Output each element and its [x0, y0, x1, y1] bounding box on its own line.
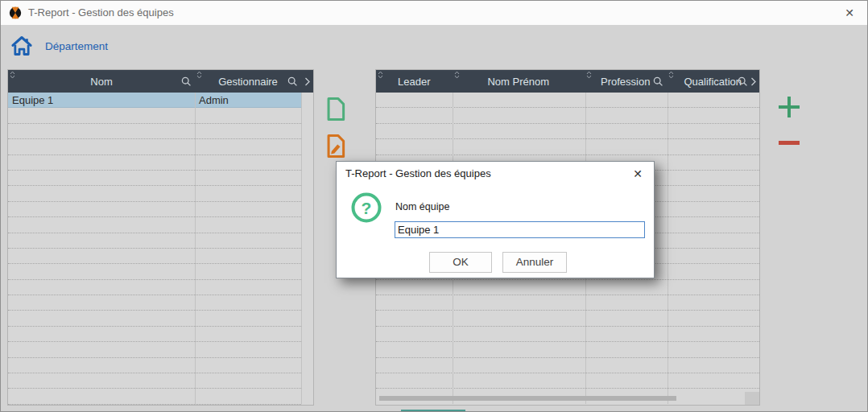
table-cell — [8, 389, 195, 403]
table-cell — [666, 108, 759, 122]
table-row[interactable] — [376, 280, 759, 295]
table-row[interactable] — [8, 327, 301, 342]
table-row[interactable] — [8, 155, 301, 171]
table-row[interactable] — [8, 358, 301, 373]
breadcrumb-department[interactable]: Département — [45, 40, 108, 52]
table-row[interactable] — [8, 233, 301, 249]
table-cell — [195, 186, 301, 200]
table-row[interactable] — [8, 295, 301, 311]
table-row[interactable] — [8, 202, 301, 217]
table-cell — [376, 108, 453, 122]
window-close-icon[interactable]: ✕ — [832, 1, 867, 25]
team-name-input[interactable] — [395, 221, 645, 238]
table-row[interactable] — [376, 311, 759, 326]
table-row[interactable] — [8, 139, 301, 154]
table-row[interactable] — [376, 124, 759, 139]
search-icon[interactable] — [287, 76, 298, 87]
table-cell — [585, 373, 667, 388]
table-row[interactable] — [8, 186, 301, 201]
column-label: Leader — [398, 76, 430, 88]
cell-gestionnaire[interactable]: Admin — [195, 93, 301, 107]
table-row[interactable] — [8, 389, 301, 404]
teams-table-body: Equipe 1 Admin — [8, 93, 313, 405]
table-row-selected[interactable]: Equipe 1 Admin — [8, 93, 301, 108]
table-cell — [666, 373, 759, 388]
table-cell — [8, 280, 195, 295]
table-row[interactable] — [376, 295, 759, 311]
table-cell — [376, 295, 453, 310]
table-cell — [376, 93, 453, 107]
home-icon[interactable] — [10, 35, 33, 57]
table-cell — [666, 217, 759, 232]
table-cell — [8, 342, 195, 356]
column-header-nom-prenom[interactable]: Nom Prénom — [453, 70, 585, 93]
table-row[interactable] — [376, 342, 759, 357]
table-cell — [195, 108, 301, 122]
search-icon[interactable] — [738, 76, 748, 87]
table-row[interactable] — [8, 264, 301, 279]
sort-spinner-icon[interactable] — [586, 71, 592, 79]
dialog-close-icon[interactable]: ✕ — [628, 165, 647, 183]
table-row[interactable] — [8, 217, 301, 233]
table-cell — [195, 171, 301, 185]
cell-nom[interactable]: Equipe 1 — [8, 93, 195, 107]
column-divider — [668, 93, 668, 404]
table-row[interactable] — [376, 358, 759, 373]
table-row[interactable] — [8, 342, 301, 357]
table-row[interactable] — [376, 139, 759, 154]
table-cell — [195, 311, 301, 325]
table-cell — [195, 358, 301, 373]
table-row[interactable] — [8, 124, 301, 139]
table-row[interactable] — [8, 311, 301, 326]
search-icon[interactable] — [653, 76, 663, 87]
chevron-right-icon[interactable] — [750, 77, 757, 86]
table-row[interactable] — [376, 93, 759, 108]
table-cell — [8, 217, 195, 232]
sort-spinner-icon[interactable] — [10, 71, 15, 79]
app-window: T-Report - Gestion des équipes ✕ Départe… — [0, 0, 868, 412]
table-cell — [376, 373, 453, 388]
column-header-qualification[interactable]: Qualification — [667, 70, 760, 93]
table-cell — [585, 93, 667, 107]
table-cell — [195, 202, 301, 216]
table-row[interactable] — [376, 327, 759, 342]
column-header-gestionnaire[interactable]: Gestionnaire — [195, 70, 301, 93]
chevron-right-icon[interactable] — [304, 77, 311, 86]
sort-spinner-icon[interactable] — [454, 71, 460, 79]
table-cell — [666, 249, 759, 263]
table-cell — [195, 233, 301, 248]
table-row[interactable] — [8, 249, 301, 264]
column-header-leader[interactable]: Leader — [376, 70, 453, 93]
column-label: Nom — [90, 76, 112, 88]
sort-spinner-icon[interactable] — [378, 71, 383, 79]
table-row[interactable] — [8, 171, 301, 186]
table-row[interactable] — [8, 373, 301, 389]
ok-button[interactable]: OK — [429, 252, 492, 273]
remove-member-minus-icon[interactable] — [779, 141, 800, 145]
table-cell — [666, 295, 759, 310]
column-header-nom[interactable]: Nom — [8, 70, 195, 93]
table-cell — [8, 108, 195, 122]
question-mark-icon: ? — [350, 192, 382, 224]
table-cell — [453, 295, 585, 310]
add-member-plus-icon[interactable] — [776, 94, 802, 120]
table-row[interactable] — [376, 108, 759, 123]
table-cell — [666, 139, 759, 154]
search-icon[interactable] — [181, 76, 192, 87]
table-cell — [585, 295, 667, 310]
table-cell — [8, 295, 195, 310]
edit-team-icon[interactable] — [322, 133, 349, 159]
table-row[interactable] — [8, 108, 301, 123]
table-cell — [195, 124, 301, 138]
table-row[interactable] — [376, 373, 759, 389]
horizontal-scrollbar[interactable] — [379, 396, 676, 401]
column-header-profession[interactable]: Profession — [585, 70, 667, 93]
sort-spinner-icon[interactable] — [668, 71, 674, 79]
table-cell — [666, 358, 759, 373]
table-cell — [376, 327, 453, 341]
table-row[interactable] — [8, 280, 301, 295]
sort-spinner-icon[interactable] — [196, 71, 202, 79]
table-cell — [453, 93, 585, 107]
cancel-button[interactable]: Annuler — [502, 252, 567, 273]
new-team-icon[interactable] — [322, 96, 349, 122]
